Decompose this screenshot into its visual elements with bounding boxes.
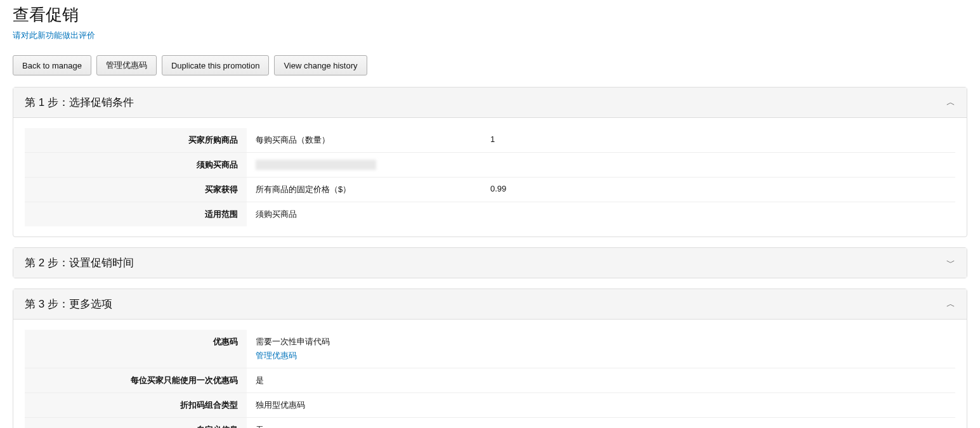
code-value: 需要一次性申请代码 — [256, 337, 330, 346]
must-purchase-label: 须购买商品 — [25, 153, 247, 178]
step1-title: 第 1 步：选择促销条件 — [25, 95, 134, 110]
buyer-purchase-qty: 1 — [490, 134, 946, 146]
one-per-label: 每位买家只能使用一次优惠码 — [25, 368, 247, 393]
rating-link[interactable]: 请对此新功能做出评价 — [13, 30, 95, 40]
chevron-up-icon: ︿ — [946, 299, 955, 310]
chevron-up-icon: ︿ — [946, 97, 955, 108]
step1-body: 买家所购商品 每购买商品（数量） 1 须购买商品 买家获得 所 — [13, 118, 967, 237]
step3-header[interactable]: 第 3 步：更多选项 ︿ — [13, 289, 967, 320]
step2-header[interactable]: 第 2 步：设置促销时间 ﹀ — [13, 248, 967, 278]
applies-to-label: 适用范围 — [25, 202, 247, 227]
action-button-row: Back to manage 管理优惠码 Duplicate this prom… — [13, 55, 967, 75]
step3-table: 优惠码 需要一次性申请代码 管理优惠码 每位买家只能使用一次优惠码 是 折扣码组… — [25, 330, 955, 428]
duplicate-promotion-button[interactable]: Duplicate this promotion — [162, 55, 269, 75]
step3-panel: 第 3 步：更多选项 ︿ 优惠码 需要一次性申请代码 管理优惠码 每位买家只能使… — [13, 289, 967, 428]
buyer-gets-desc: 所有商品的固定价格（$） — [256, 184, 490, 195]
table-row: 买家获得 所有商品的固定价格（$） 0.99 — [25, 178, 955, 202]
buyer-purchase-desc: 每购买商品（数量） — [256, 134, 490, 146]
step1-header[interactable]: 第 1 步：选择促销条件 ︿ — [13, 88, 967, 118]
step1-panel: 第 1 步：选择促销条件 ︿ 买家所购商品 每购买商品（数量） 1 须购买商品 — [13, 87, 967, 237]
custom-value: 无 — [247, 418, 955, 429]
chevron-down-icon: ﹀ — [946, 257, 955, 269]
combo-label: 折扣码组合类型 — [25, 393, 247, 418]
table-row: 每位买家只能使用一次优惠码 是 — [25, 368, 955, 393]
step3-title: 第 3 步：更多选项 — [25, 297, 112, 311]
manage-codes-button[interactable]: 管理优惠码 — [96, 55, 157, 75]
combo-value: 独用型优惠码 — [247, 393, 955, 418]
buyer-gets-value: 0.99 — [490, 184, 946, 195]
table-row: 买家所购商品 每购买商品（数量） 1 — [25, 128, 955, 153]
step2-panel: 第 2 步：设置促销时间 ﹀ — [13, 247, 967, 278]
table-row: 适用范围 须购买商品 — [25, 202, 955, 227]
table-row: 优惠码 需要一次性申请代码 管理优惠码 — [25, 330, 955, 368]
page-title: 查看促销 — [13, 4, 967, 26]
code-label: 优惠码 — [25, 330, 247, 368]
step1-table: 买家所购商品 每购买商品（数量） 1 须购买商品 买家获得 所 — [25, 128, 955, 226]
table-row: 折扣码组合类型 独用型优惠码 — [25, 393, 955, 418]
applies-to-value: 须购买商品 — [247, 202, 955, 227]
step2-title: 第 2 步：设置促销时间 — [25, 256, 134, 270]
manage-codes-link[interactable]: 管理优惠码 — [256, 350, 297, 361]
one-per-value: 是 — [247, 368, 955, 393]
table-row: 须购买商品 — [25, 153, 955, 178]
buyer-gets-label: 买家获得 — [25, 178, 247, 202]
buyer-purchase-label: 买家所购商品 — [25, 128, 247, 153]
back-to-manage-button[interactable]: Back to manage — [13, 55, 91, 75]
step3-body: 优惠码 需要一次性申请代码 管理优惠码 每位买家只能使用一次优惠码 是 折扣码组… — [13, 320, 967, 428]
redacted-content — [256, 160, 376, 170]
table-row: 自定义信息 无 — [25, 418, 955, 429]
custom-label: 自定义信息 — [25, 418, 247, 429]
view-change-history-button[interactable]: View change history — [274, 55, 367, 75]
